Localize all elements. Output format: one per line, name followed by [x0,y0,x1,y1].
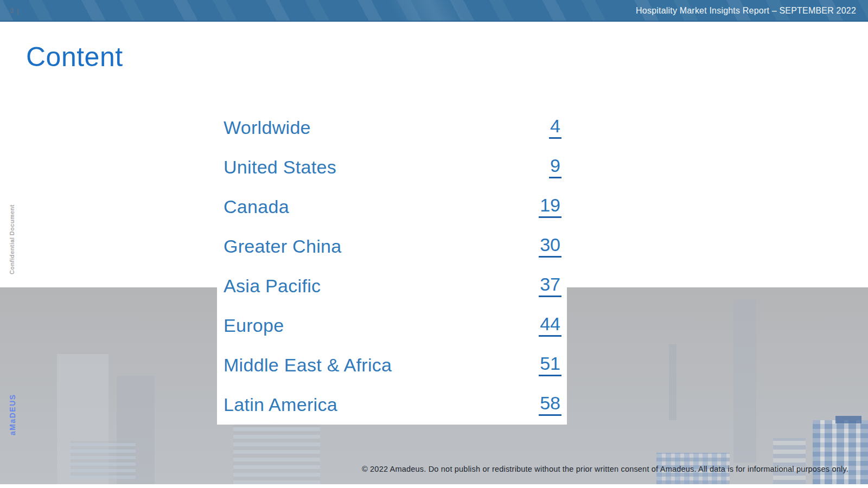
toc-row: Europe 44 [217,306,567,345]
toc-item-label: Canada [224,196,289,217]
page-title: Content [26,41,123,73]
toc-item-label: United States [224,157,336,178]
building-shape [733,300,756,463]
toc-page-link[interactable]: 9 [549,156,561,179]
header-bar: 3 | Hospitality Market Insights Report –… [0,0,868,22]
toc-row: Asia Pacific 37 [217,266,567,306]
toc-row: Middle East & Africa 51 [217,345,567,385]
building-shape [233,419,320,484]
toc-item-label: Worldwide [224,117,311,138]
toc-page-link[interactable]: 4 [549,117,561,139]
building-shape [773,438,806,484]
toc-row: Canada 19 [217,187,567,227]
confidential-watermark: Confidential Document [9,209,15,274]
amadeus-logo: aMaDEUS [8,381,17,435]
toc-list: Worldwide 4 United States 9 Canada 19 Gr… [217,108,567,425]
slide-page-number: 3 | [10,7,19,15]
toc-item-label: Europe [224,315,284,336]
toc-row: Greater China 30 [217,227,567,266]
building-shape [813,420,868,484]
building-shape [669,344,676,420]
toc-page-link[interactable]: 58 [539,394,561,416]
building-shape [835,416,861,423]
toc-item-label: Middle East & Africa [224,355,392,376]
toc-page-link[interactable]: 19 [539,196,561,219]
report-title: Hospitality Market Insights Report – SEP… [636,6,856,16]
toc-item-label: Greater China [224,236,341,257]
toc-item-label: Latin America [224,394,337,415]
toc-page-link[interactable]: 30 [539,235,561,258]
building-shape [71,441,136,479]
toc-row: Worldwide 4 [217,108,567,147]
toc-page-link[interactable]: 51 [539,354,561,377]
slide: 3 | Hospitality Market Insights Report –… [0,0,868,488]
toc-page-link[interactable]: 44 [539,314,561,337]
toc-row: United States 9 [217,147,567,187]
toc-page-link[interactable]: 37 [539,275,561,298]
copyright-notice: © 2022 Amadeus. Do not publish or redist… [362,465,848,473]
toc-item-label: Asia Pacific [224,275,321,297]
toc-row: Latin America 58 [217,385,567,425]
